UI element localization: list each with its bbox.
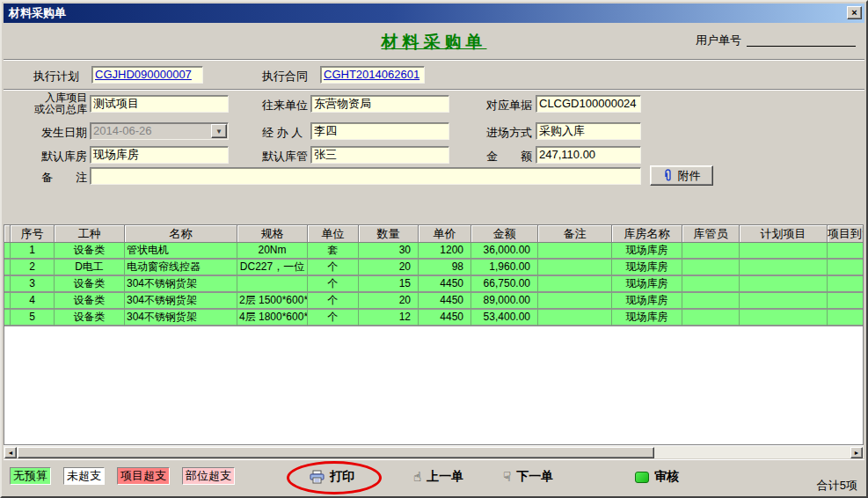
table-cell: 4层 1800*600* — [237, 310, 308, 326]
table-cell — [740, 310, 828, 326]
exec-contract-label: 执行合同 — [262, 69, 308, 84]
window-titlebar[interactable]: 材料采购单 × — [4, 4, 864, 23]
legend-badge: 部位超支 — [182, 467, 235, 485]
table-cell — [682, 276, 740, 293]
table-header-cell[interactable]: 单位 — [308, 225, 359, 243]
table-header-cell[interactable]: 金额 — [471, 225, 538, 243]
table-cell: 现场库房 — [612, 293, 682, 310]
counterpart-field[interactable]: 东营物资局 — [310, 95, 449, 113]
table-header-cell[interactable]: 规格 — [237, 225, 308, 243]
table-header-cell[interactable]: 库房名称 — [612, 225, 682, 243]
table-cell — [4, 310, 11, 326]
table-cell — [740, 243, 828, 260]
entry-mode-field[interactable]: 采购入库 — [536, 122, 641, 140]
table-row[interactable]: 5设备类304不锈钢货架4层 1800*600*个12445053,400.00… — [4, 310, 863, 326]
table-cell: 设备类 — [55, 310, 125, 326]
handler-label: 经 办 人 — [262, 125, 303, 141]
table-cell: 设备类 — [55, 293, 125, 310]
next-order-button[interactable]: ☟ 下一单 — [503, 469, 553, 485]
table-cell — [740, 293, 828, 310]
table-cell — [682, 293, 740, 310]
table-cell — [682, 243, 740, 260]
table-cell — [538, 260, 612, 276]
default-warehouse-label: 默认库房 — [41, 149, 87, 165]
table-cell — [828, 276, 864, 293]
table-cell: 2 — [11, 260, 55, 276]
table-header-cell[interactable]: 名称 — [125, 225, 237, 243]
table-cell — [4, 293, 11, 310]
table-header-cell[interactable]: 数量 — [359, 225, 419, 243]
table-row[interactable]: 2D电工电动窗帘线控器DC227，一位个20981,960.00现场库房 — [4, 260, 863, 276]
audit-indicator[interactable]: 审核 — [635, 469, 679, 485]
table-header-cell[interactable] — [4, 225, 11, 243]
table-header-cell[interactable]: 库管员 — [682, 225, 740, 243]
table-cell — [538, 276, 612, 293]
table-cell: 2层 1500*600* — [237, 293, 308, 310]
prev-order-button[interactable]: ☝ 上一单 — [413, 469, 463, 485]
scroll-right-icon[interactable]: ► — [850, 447, 863, 458]
exec-plan-label: 执行计划 — [33, 69, 79, 84]
table-cell: 304不锈钢货架 — [125, 276, 237, 293]
table-cell: 66,750.00 — [471, 276, 538, 293]
table-header-cell[interactable]: 项目到货 — [828, 225, 864, 243]
exec-plan-field[interactable]: CGJHD090000007 — [91, 66, 203, 84]
remark-field[interactable] — [90, 167, 641, 185]
scroll-left-icon[interactable]: ◄ — [4, 447, 17, 458]
amount-field[interactable]: 247,110.00 — [536, 146, 641, 164]
close-icon[interactable]: × — [847, 6, 862, 19]
print-button[interactable]: 打印 — [310, 469, 354, 485]
chevron-down-icon[interactable]: ▼ — [211, 124, 227, 138]
exec-contract-field[interactable]: CGHT2014062601 — [320, 66, 425, 84]
table-cell: D电工 — [55, 260, 125, 276]
table-header-row: 序号工种名称规格单位数量单价金额备注库房名称库管员计划项目项目到货 — [4, 225, 863, 243]
table-header-cell[interactable]: 备注 — [538, 225, 612, 243]
table-row[interactable]: 3设备类304不锈钢货架个15445066,750.00现场库房 — [4, 276, 863, 293]
ref-doc-field[interactable]: CLCGD100000024 — [536, 95, 641, 113]
default-keeper-field[interactable]: 张三 — [310, 146, 449, 164]
project-field[interactable]: 测试项目 — [90, 95, 229, 113]
table-header-cell[interactable]: 工种 — [55, 225, 125, 243]
date-combobox[interactable]: 2014-06-26 ▼ — [90, 122, 229, 140]
table-cell: 1,960.00 — [471, 260, 538, 276]
table-cell: 个 — [308, 260, 359, 276]
table-row[interactable]: 1设备类管状电机20Nm套30120036,000.00现场库房 — [4, 243, 863, 260]
table-row[interactable]: 4设备类304不锈钢货架2层 1500*600*个20445089,000.00… — [4, 293, 863, 310]
total-count: 合计5项 — [817, 478, 857, 494]
hand-down-icon: ☟ — [503, 469, 511, 485]
default-keeper-label: 默认库管 — [262, 149, 308, 165]
table-cell: 304不锈钢货架 — [125, 293, 237, 310]
counterpart-label: 往来单位 — [262, 98, 308, 114]
default-warehouse-field[interactable]: 现场库房 — [90, 146, 229, 164]
table-header-cell[interactable]: 序号 — [11, 225, 55, 243]
divider — [4, 59, 864, 61]
table-header-cell[interactable]: 计划项目 — [740, 225, 828, 243]
table-cell: 1200 — [419, 243, 471, 260]
footer-bar: 无预算未超支项目超支部位超支 打印 ☝ 上一单 ☟ 下一单 审核 合计5项 — [4, 459, 864, 496]
table-cell — [828, 293, 864, 310]
table-cell: 设备类 — [55, 243, 125, 260]
header-band: 材料采购单 用户单号 — [4, 23, 864, 59]
user-no-input[interactable] — [747, 30, 856, 47]
table-cell: 89,000.00 — [471, 293, 538, 310]
window-title: 材料采购单 — [9, 6, 66, 19]
table-cell: 4450 — [419, 310, 471, 326]
table-cell: 53,400.00 — [471, 310, 538, 326]
table-cell: 20Nm — [237, 243, 308, 260]
table-header-cell[interactable]: 单价 — [419, 225, 471, 243]
divider — [4, 89, 864, 91]
horizontal-scrollbar[interactable]: ◄ ► — [4, 445, 864, 458]
table-cell: 4450 — [419, 276, 471, 293]
printer-icon — [310, 470, 325, 484]
table-cell: 个 — [308, 276, 359, 293]
remark-label: 备 注 — [41, 170, 87, 186]
paperclip-icon — [663, 169, 674, 182]
entry-mode-label: 进场方式 — [486, 125, 532, 141]
table-cell: 12 — [359, 310, 419, 326]
handler-field[interactable]: 李四 — [310, 122, 449, 140]
table-cell: 98 — [419, 260, 471, 276]
scrollbar-thumb[interactable] — [18, 447, 654, 458]
table-cell: 3 — [11, 276, 55, 293]
attachment-button[interactable]: 附件 — [650, 165, 713, 186]
table-cell — [538, 310, 612, 326]
table-cell: 现场库房 — [612, 276, 682, 293]
